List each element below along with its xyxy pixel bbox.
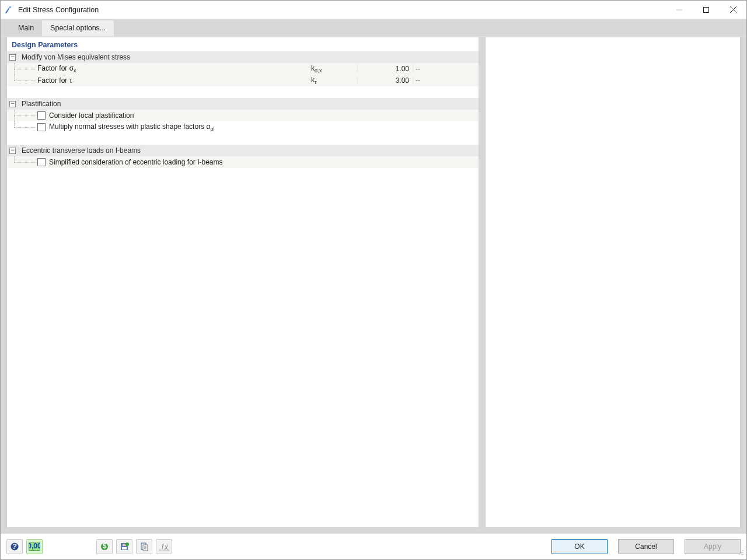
clipboard-icon[interactable]: [136, 539, 152, 554]
tab-special-options[interactable]: Special options...: [42, 20, 114, 36]
svg-rect-12: [122, 547, 127, 550]
param-symbol: kσ,x: [310, 64, 357, 74]
svg-text:?: ?: [12, 542, 17, 551]
svg-point-28: [742, 554, 743, 555]
currency-icon[interactable]: $: [96, 539, 113, 554]
window-title: Edit Stress Configuration: [18, 6, 99, 14]
row-simplified-eccentric: Simplified consideration of eccentric lo…: [7, 156, 479, 168]
maximize-button[interactable]: [693, 1, 720, 19]
param-unit: --: [413, 65, 442, 73]
param-value[interactable]: 3.00: [357, 76, 413, 85]
group-plastification[interactable]: − Plastification: [7, 98, 479, 110]
svg-point-26: [739, 554, 740, 555]
group-label: Eccentric transverse loads on I-beams: [22, 146, 141, 155]
row-factor-tau: Factor for τ kτ 3.00 --: [7, 75, 479, 86]
svg-text:0,00: 0,00: [29, 542, 40, 550]
cancel-button[interactable]: Cancel: [618, 539, 674, 554]
collapse-icon[interactable]: −: [9, 101, 16, 107]
dialog-body: Design Parameters − Modify von Mises equ…: [1, 37, 746, 534]
svg-text:x: x: [164, 543, 169, 551]
svg-line-3: [730, 6, 736, 13]
svg-rect-2: [704, 7, 709, 12]
title-bar: Edit Stress Configuration: [1, 1, 746, 19]
units-icon[interactable]: 0,00: [26, 539, 43, 554]
svg-point-27: [741, 554, 742, 555]
dialog-footer: ? 0,00 $ fx OK Cancel Apply: [1, 534, 746, 559]
svg-point-23: [742, 550, 743, 551]
parameters-panel: Design Parameters − Modify von Mises equ…: [6, 37, 479, 528]
checkbox-plastic-shape-factors[interactable]: [37, 123, 46, 131]
checkbox-local-plastification[interactable]: [37, 111, 46, 120]
dialog-window: Edit Stress Configuration Main Special o…: [0, 0, 747, 560]
param-value[interactable]: 1.00: [357, 65, 413, 73]
param-label: Multiply normal stresses with plastic sh…: [36, 123, 347, 132]
preview-panel: [485, 37, 741, 528]
tab-bar: Main Special options...: [1, 19, 746, 37]
app-icon: [4, 5, 13, 15]
section-title: Design Parameters: [7, 37, 479, 51]
apply-button[interactable]: Apply: [685, 539, 741, 554]
group-label: Plastification: [22, 100, 61, 108]
row-factor-sigma-x: Factor for σx kσ,x 1.00 --: [7, 63, 479, 75]
param-unit: --: [413, 76, 442, 85]
resize-grip-icon[interactable]: [738, 549, 744, 557]
svg-line-4: [730, 6, 736, 13]
fx-icon[interactable]: fx: [156, 539, 172, 554]
svg-point-25: [742, 552, 743, 553]
param-label: Factor for σx: [36, 64, 310, 74]
svg-text:$: $: [103, 542, 107, 550]
minimize-button[interactable]: [666, 1, 693, 19]
group-von-mises[interactable]: − Modify von Mises equivalent stress: [7, 51, 479, 63]
save-icon[interactable]: [116, 539, 132, 554]
checkbox-simplified-eccentric[interactable]: [37, 158, 46, 166]
param-label: Simplified consideration of eccentric lo…: [36, 158, 347, 166]
row-plastic-shape-factors: Multiply normal stresses with plastic sh…: [7, 121, 479, 133]
row-local-plastification: Consider local plastification: [7, 110, 479, 121]
close-button[interactable]: [720, 1, 746, 19]
param-symbol: kτ: [310, 76, 357, 85]
collapse-icon[interactable]: −: [9, 54, 16, 61]
tab-main[interactable]: Main: [10, 20, 42, 36]
group-eccentric[interactable]: − Eccentric transverse loads on I-beams: [7, 145, 479, 156]
svg-rect-0: [9, 6, 11, 8]
group-label: Modify von Mises equivalent stress: [22, 53, 130, 61]
param-label: Consider local plastification: [36, 111, 347, 120]
param-label: Factor for τ: [36, 76, 310, 85]
svg-point-14: [125, 542, 129, 546]
help-icon[interactable]: ?: [6, 539, 23, 554]
ok-button[interactable]: OK: [551, 539, 608, 554]
svg-point-24: [741, 552, 742, 553]
collapse-icon[interactable]: −: [9, 148, 16, 154]
